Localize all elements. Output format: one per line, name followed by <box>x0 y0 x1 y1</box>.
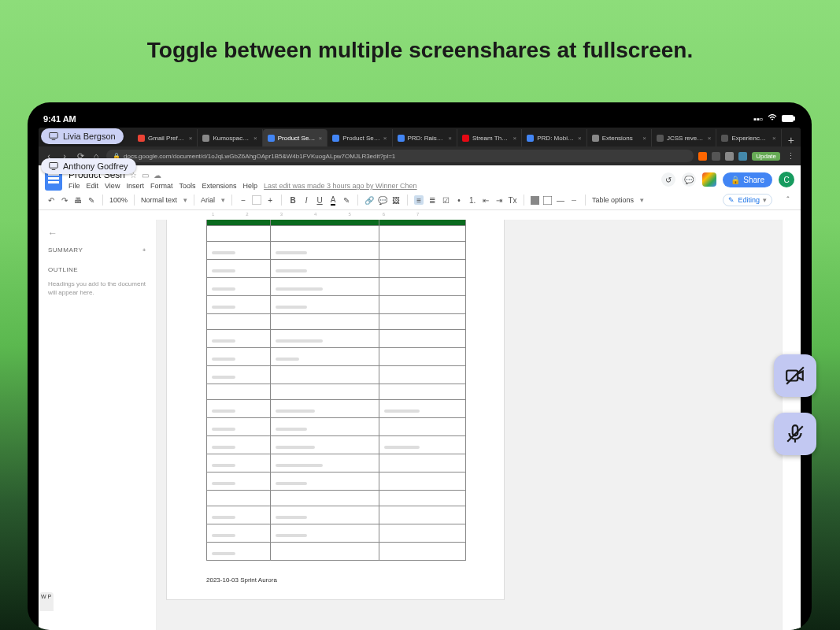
browser-tab[interactable]: Experience a Matur...× <box>716 129 781 146</box>
print-icon[interactable]: 🖶 <box>73 195 83 205</box>
move-icon[interactable]: ▭ <box>142 171 149 180</box>
new-tab-button[interactable]: + <box>782 134 801 146</box>
indent-more-icon[interactable]: ⇥ <box>494 195 504 205</box>
meet-icon[interactable] <box>702 172 716 187</box>
close-tab-icon[interactable]: × <box>578 135 582 142</box>
menu-insert[interactable]: Insert <box>126 182 144 190</box>
close-tab-icon[interactable]: × <box>708 135 712 142</box>
browser-tab[interactable]: Gmail Preference C...× <box>133 129 198 146</box>
update-button[interactable]: Update <box>752 152 780 161</box>
mode-select[interactable]: ✎ Editing ▾ <box>723 194 772 206</box>
menu-extensions[interactable]: Extensions <box>202 182 236 190</box>
extension-icon[interactable] <box>712 152 720 161</box>
share-button[interactable]: 🔒 Share <box>723 172 772 187</box>
browser-tab[interactable]: Stream The Nation...× <box>457 129 522 146</box>
menu-edit[interactable]: Edit <box>87 182 99 190</box>
close-tab-icon[interactable]: × <box>318 135 322 142</box>
zoom-select[interactable]: 100% <box>109 196 128 204</box>
link-icon[interactable]: 🔗 <box>364 195 374 205</box>
close-tab-icon[interactable]: × <box>772 135 776 142</box>
account-avatar[interactable]: C <box>779 172 794 187</box>
tab-label: PRD: Mobile App - ... <box>537 135 575 142</box>
menu-view[interactable]: View <box>105 182 120 190</box>
favicon <box>138 135 145 142</box>
add-comment-icon[interactable]: 💬 <box>378 195 387 205</box>
mic-toggle-button[interactable] <box>774 413 816 455</box>
wifi-icon <box>768 114 777 124</box>
font-size-minus[interactable]: − <box>239 195 248 205</box>
menu-icon[interactable]: ⋮ <box>785 150 796 161</box>
bold-icon[interactable]: B <box>288 195 298 205</box>
mic-off-icon <box>785 424 805 444</box>
undo-icon[interactable]: ↶ <box>46 195 56 205</box>
extension-icon[interactable] <box>698 152 707 161</box>
battery-icon <box>782 114 796 124</box>
border-color-icon[interactable] <box>543 196 552 205</box>
checklist-icon[interactable]: ☑ <box>441 195 450 205</box>
font-select[interactable]: Arial <box>201 196 215 204</box>
border-dash-icon[interactable]: ┄ <box>569 195 579 205</box>
document-canvas[interactable]: 2023-10-03 Sprint Aurora <box>157 220 782 630</box>
url-box[interactable]: 🔒 docs.google.com/document/d/1oJqLwGbZ6A… <box>106 150 694 162</box>
close-tab-icon[interactable]: × <box>189 135 193 142</box>
border-width-icon[interactable]: — <box>556 195 565 205</box>
browser-tab[interactable]: JCSS reveals insi...× <box>652 129 716 146</box>
document-page: 2023-10-03 Sprint Aurora <box>166 220 505 600</box>
google-docs-app: Product Sesh ☆ ▭ ☁ FileEditViewInsertFor… <box>39 165 801 630</box>
text-color-icon[interactable]: A <box>328 195 338 205</box>
cell-bg-icon[interactable] <box>531 196 539 205</box>
collapse-outline-icon[interactable]: ← <box>48 228 146 239</box>
browser-tab[interactable]: PRD: Mobile App - ...× <box>522 129 587 146</box>
comment-icon[interactable]: 💬 <box>682 172 696 187</box>
dock-tab[interactable]: W P <box>39 592 54 611</box>
add-summary-icon[interactable]: + <box>142 246 146 254</box>
document-table[interactable] <box>206 220 466 561</box>
highlight-icon[interactable]: ✎ <box>342 195 351 205</box>
font-size[interactable] <box>252 195 261 205</box>
svg-rect-1 <box>794 117 795 120</box>
italic-icon[interactable]: I <box>302 195 311 205</box>
bullet-list-icon[interactable]: • <box>454 195 464 205</box>
presenter-pill[interactable]: Livia Bergson <box>41 128 124 144</box>
font-size-plus[interactable]: + <box>265 195 275 205</box>
browser-tab[interactable]: Extensions× <box>587 129 652 146</box>
tab-label: Gmail Preference C... <box>148 135 186 142</box>
menu-format[interactable]: Format <box>150 182 173 190</box>
close-tab-icon[interactable]: × <box>448 135 452 142</box>
line-spacing-icon[interactable]: ≣ <box>427 195 437 205</box>
image-icon[interactable]: 🖼 <box>391 195 401 205</box>
underline-icon[interactable]: U <box>315 195 324 205</box>
style-select[interactable]: Normal text <box>141 196 177 204</box>
paint-format-icon[interactable]: ✎ <box>87 195 96 205</box>
presenter-pill[interactable]: Anthony Godfrey <box>41 158 136 174</box>
extension-icon[interactable] <box>738 152 747 161</box>
indent-less-icon[interactable]: ⇤ <box>481 195 490 205</box>
close-tab-icon[interactable]: × <box>383 135 387 142</box>
extension-icon[interactable] <box>725 152 734 161</box>
menu-tools[interactable]: Tools <box>179 182 195 190</box>
favicon <box>592 135 599 142</box>
close-tab-icon[interactable]: × <box>642 135 646 142</box>
close-tab-icon[interactable]: × <box>253 135 257 142</box>
screen-share-icon <box>49 161 58 171</box>
align-left-icon[interactable]: ≡ <box>414 195 424 205</box>
status-bar: 9:41 AM ▪▪▫ <box>39 113 801 128</box>
number-list-icon[interactable]: 1. <box>468 195 477 205</box>
browser-tab[interactable]: Product Sesh—G...× <box>327 129 392 146</box>
collapse-toolbar-icon[interactable]: ˆ <box>783 195 793 205</box>
browser-tab[interactable]: Product Sesh - ...× <box>263 129 327 146</box>
history-icon[interactable]: ↺ <box>661 172 675 187</box>
menu-file[interactable]: File <box>68 182 80 190</box>
last-edit-link[interactable]: Last edit was made 3 hours ago by Winner… <box>264 182 417 190</box>
menu-help[interactable]: Help <box>242 182 257 190</box>
table-options[interactable]: Table options <box>592 196 634 204</box>
clear-format-icon[interactable]: Tx <box>508 195 517 205</box>
browser-tab[interactable]: PRD: Raise Hand ...× <box>393 129 457 146</box>
browser-tab[interactable]: Kumospace—Cal...× <box>198 129 262 146</box>
menu-bar: FileEditViewInsertFormatToolsExtensionsH… <box>68 182 655 190</box>
redo-icon[interactable]: ↷ <box>60 195 69 205</box>
camera-toggle-button[interactable] <box>774 354 816 397</box>
outline-label: OUTLINE <box>48 266 146 273</box>
close-tab-icon[interactable]: × <box>513 135 517 142</box>
mode-label: Editing <box>738 196 760 204</box>
